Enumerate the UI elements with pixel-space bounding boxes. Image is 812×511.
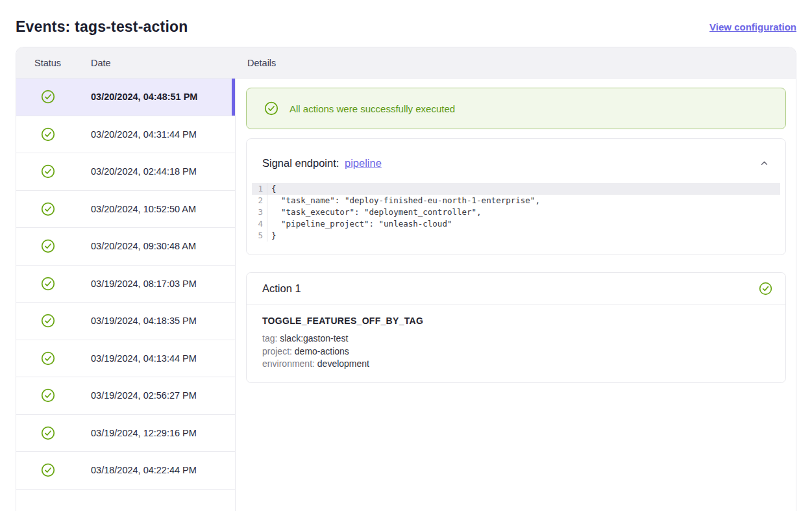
row-date: 03/19/2024, 04:18:35 PM <box>91 316 197 326</box>
row-date: 03/19/2024, 04:13:44 PM <box>91 353 197 364</box>
action-params: tag: slack:gaston-testproject: demo-acti… <box>262 332 770 371</box>
row-status-cell <box>16 127 91 142</box>
page-header: Events: tags-test-action View configurat… <box>0 0 812 36</box>
code-line: 5} <box>252 230 780 242</box>
event-row[interactable]: 03/19/2024, 12:29:16 PM <box>16 415 235 453</box>
event-row[interactable]: 03/20/2024, 04:48:51 PM <box>16 79 235 116</box>
signal-endpoint-label-text: Signal endpoint: <box>262 157 339 169</box>
row-date: 03/19/2024, 02:56:27 PM <box>91 390 197 401</box>
event-row[interactable]: 03/18/2024, 04:22:44 PM <box>16 452 235 490</box>
event-row[interactable]: 03/20/2024, 09:30:48 AM <box>16 228 235 266</box>
action-panel: Action 1 TOGGLE_FEATURES_OFF_BY_TAG tag:… <box>246 272 786 383</box>
table-body: 03/20/2024, 04:48:51 PM03/20/2024, 04:31… <box>16 79 796 511</box>
event-row[interactable]: 03/20/2024, 04:31:44 PM <box>16 116 235 154</box>
success-check-icon <box>41 277 55 291</box>
code-line: 3 "task_executor": "deployment_controlle… <box>252 206 780 218</box>
event-row[interactable]: 03/19/2024, 08:17:03 PM <box>16 266 235 303</box>
row-status-cell <box>16 426 91 440</box>
row-status-cell <box>16 388 91 403</box>
row-date: 03/19/2024, 12:29:16 PM <box>91 428 197 438</box>
row-status-cell <box>16 463 91 477</box>
success-check-icon <box>41 164 55 179</box>
code-line-text: } <box>267 230 277 242</box>
event-row[interactable]: 03/20/2024, 02:44:18 PM <box>16 153 235 191</box>
code-line-number: 5 <box>252 230 267 242</box>
row-status-cell <box>16 314 91 328</box>
check-circle-icon <box>759 282 772 295</box>
success-check-icon <box>41 426 55 440</box>
row-date: 03/20/2024, 10:52:50 AM <box>91 204 196 214</box>
action-type: TOGGLE_FEATURES_OFF_BY_TAG <box>262 316 770 326</box>
signal-endpoint-panel: Signal endpoint: pipeline 1{2 "task_name… <box>246 138 786 255</box>
chevron-up-icon <box>759 158 770 169</box>
code-line-number: 4 <box>252 218 267 230</box>
row-status-cell <box>16 239 91 253</box>
action-param-value: slack:gaston-test <box>280 333 348 343</box>
event-row[interactable]: 03/19/2024, 04:18:35 PM <box>16 303 235 340</box>
event-row[interactable]: 03/19/2024, 02:56:27 PM <box>16 377 235 415</box>
check-circle-icon <box>264 101 278 116</box>
action-param: tag: slack:gaston-test <box>262 332 770 345</box>
row-date: 03/20/2024, 02:44:18 PM <box>91 166 197 177</box>
code-line: 1{ <box>252 183 780 195</box>
row-status-cell <box>16 164 91 179</box>
action-param-value: development <box>317 358 369 369</box>
action-title: Action 1 <box>262 282 301 295</box>
signal-payload-code: 1{2 "task_name": "deploy-finished-eu-nor… <box>252 183 780 242</box>
code-line-text: { <box>267 183 277 195</box>
success-check-icon <box>41 127 55 142</box>
success-check-icon <box>41 351 55 366</box>
action-param: project: demo-actions <box>262 345 770 358</box>
view-configuration-link[interactable]: View configuration <box>709 21 796 32</box>
success-check-icon <box>41 202 55 216</box>
table-header: Status Date Details <box>16 47 796 79</box>
action-param-label: project: <box>262 346 292 356</box>
page-title: Events: tags-test-action <box>16 18 188 36</box>
action-body: TOGGLE_FEATURES_OFF_BY_TAG tag: slack:ga… <box>247 305 785 382</box>
code-line-number: 2 <box>252 195 267 206</box>
code-line: 2 "task_name": "deploy-finished-eu-north… <box>252 195 780 206</box>
signal-endpoint-link[interactable]: pipeline <box>345 157 382 169</box>
action-param: environment: development <box>262 358 770 371</box>
code-line-text: "pipeline_project": "unleash-cloud" <box>267 218 452 230</box>
action-param-label: tag: <box>262 333 277 343</box>
success-check-icon <box>41 239 55 253</box>
row-date: 03/19/2024, 08:17:03 PM <box>91 279 197 289</box>
column-header-details: Details <box>236 58 796 68</box>
signal-endpoint-label: Signal endpoint: pipeline <box>262 157 382 169</box>
events-table: Status Date Details 03/20/2024, 04:48:51… <box>16 47 796 511</box>
row-status-cell <box>16 351 91 366</box>
success-check-icon <box>41 90 55 104</box>
row-date: 03/20/2024, 04:48:51 PM <box>91 92 197 102</box>
code-line-number: 1 <box>252 183 267 195</box>
code-line-text: "task_name": "deploy-finished-eu-north-1… <box>267 195 540 206</box>
column-header-date: Date <box>91 58 236 68</box>
event-row[interactable]: 03/19/2024, 04:13:44 PM <box>16 340 235 378</box>
signal-endpoint-header: Signal endpoint: pipeline <box>247 139 785 182</box>
success-check-icon <box>41 463 55 477</box>
row-status-cell <box>16 202 91 216</box>
action-header: Action 1 <box>247 273 785 305</box>
events-list: 03/20/2024, 04:48:51 PM03/20/2024, 04:31… <box>16 79 236 511</box>
row-date: 03/20/2024, 04:31:44 PM <box>91 129 197 140</box>
event-row[interactable]: 03/20/2024, 10:52:50 AM <box>16 191 235 229</box>
action-param-value: demo-actions <box>295 346 349 356</box>
action-param-label: environment: <box>262 358 315 369</box>
row-status-cell <box>16 277 91 291</box>
row-date: 03/20/2024, 09:30:48 AM <box>91 241 196 251</box>
column-header-status: Status <box>16 58 91 68</box>
row-status-cell <box>16 90 91 104</box>
code-line-number: 3 <box>252 206 267 218</box>
code-line-text: "task_executor": "deployment_controller"… <box>267 206 482 218</box>
success-alert-text: All actions were successfully executed <box>289 103 455 114</box>
success-alert: All actions were successfully executed <box>246 88 786 129</box>
code-line: 4 "pipeline_project": "unleash-cloud" <box>252 218 780 230</box>
row-date: 03/18/2024, 04:22:44 PM <box>91 465 197 475</box>
event-details-pane: All actions were successfully executed S… <box>236 79 796 511</box>
success-check-icon <box>41 314 55 328</box>
success-check-icon <box>41 388 55 403</box>
collapse-panel-button[interactable] <box>753 152 775 174</box>
